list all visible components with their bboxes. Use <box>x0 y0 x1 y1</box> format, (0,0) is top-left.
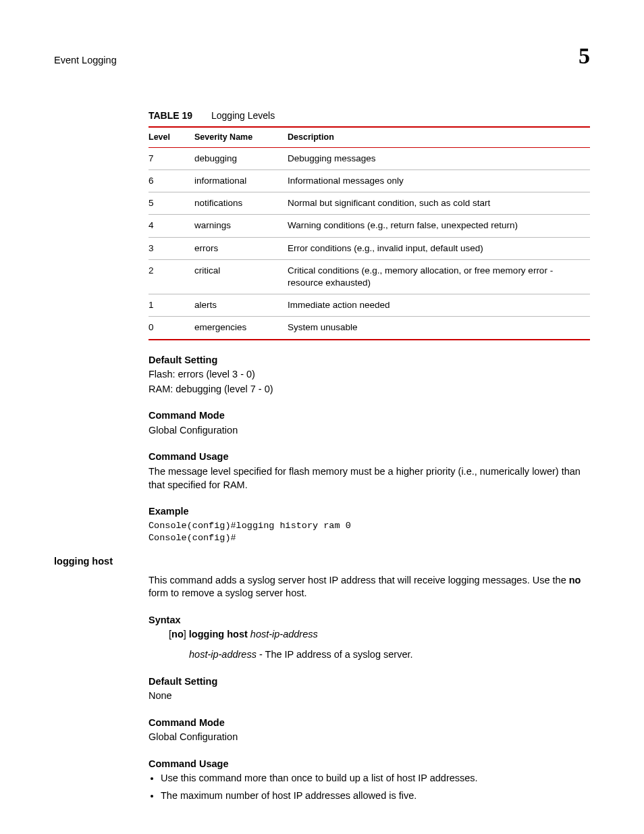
syntax-heading: Syntax <box>149 614 590 627</box>
default-setting-line2: RAM: debugging (level 7 - 0) <box>149 383 590 396</box>
syntax-line: [no] logging host host-ip-address <box>169 628 590 642</box>
default-setting-text-2: None <box>149 689 590 703</box>
command-mode-text-2: Global Configuration <box>149 731 590 744</box>
logging-host-intro: This command adds a syslog server host I… <box>149 574 590 600</box>
col-header-level: Level <box>149 127 194 147</box>
chapter-number: 5 <box>579 41 590 72</box>
command-mode-heading-2: Command Mode <box>149 716 590 730</box>
command-name-heading: logging host <box>54 555 590 569</box>
table-block: TABLE 19 Logging Levels Level Severity N… <box>149 109 590 544</box>
table-row: 7debuggingDebugging messages <box>149 147 590 170</box>
syntax-arg-desc: host-ip-address - The IP address of a sy… <box>189 648 590 662</box>
logging-host-block: This command adds a syslog server host I… <box>149 574 590 803</box>
example-heading: Example <box>149 505 590 519</box>
usage-list: Use this command more than once to build… <box>149 772 590 802</box>
table-row: 0emergenciesSystem unusable <box>149 317 590 340</box>
list-item: Use this command more than once to build… <box>161 772 590 785</box>
page-header: Event Logging 5 <box>54 41 590 72</box>
default-setting-heading-2: Default Setting <box>149 675 590 689</box>
table-row: 1alertsImmediate action needed <box>149 294 590 317</box>
command-usage-text: The message level specified for flash me… <box>149 465 590 492</box>
logging-levels-table: Level Severity Name Description 7debuggi… <box>149 126 590 340</box>
table-row: 3errorsError conditions (e.g., invalid i… <box>149 237 590 259</box>
command-mode-heading: Command Mode <box>149 409 590 423</box>
table-row: 2criticalCritical conditions (e.g., memo… <box>149 259 590 294</box>
default-setting-line1: Flash: errors (level 3 - 0) <box>149 368 590 382</box>
table-row: 6informationalInformational messages onl… <box>149 170 590 192</box>
example-code: Console(config)#logging history ram 0 Co… <box>149 520 590 544</box>
table-caption: TABLE 19 Logging Levels <box>149 109 590 122</box>
command-mode-text: Global Configuration <box>149 424 590 438</box>
list-item: The maximum number of host IP addresses … <box>161 789 590 803</box>
table-label: TABLE 19 <box>149 110 192 121</box>
header-section-title: Event Logging <box>54 54 117 68</box>
command-usage-heading: Command Usage <box>149 450 590 464</box>
table-row: 5notificationsNormal but significant con… <box>149 192 590 215</box>
col-header-desc: Description <box>288 127 590 147</box>
table-row: 4warningsWarning conditions (e.g., retur… <box>149 215 590 237</box>
default-setting-heading: Default Setting <box>149 354 590 367</box>
command-usage-heading-2: Command Usage <box>149 758 590 771</box>
col-header-name: Severity Name <box>194 127 288 147</box>
table-title: Logging Levels <box>211 110 275 121</box>
